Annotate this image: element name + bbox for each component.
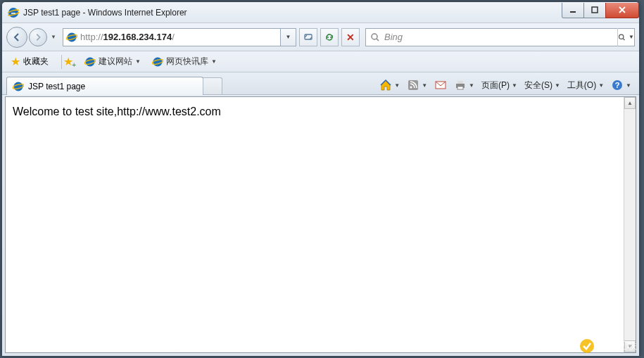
page-text: Welcome to test site,http://www.test2.co… xyxy=(13,106,221,117)
chevron-down-icon: ▼ xyxy=(211,58,217,65)
svg-point-0 xyxy=(8,8,18,18)
nav-history-dropdown[interactable]: ▼ xyxy=(49,34,58,40)
svg-point-13 xyxy=(14,82,23,91)
suggested-sites-link[interactable]: 建议网站 ▼ xyxy=(82,54,144,69)
chevron-down-icon: ▼ xyxy=(555,82,560,89)
chevron-down-icon: ▼ xyxy=(135,58,141,65)
forward-button[interactable] xyxy=(29,28,47,46)
svg-point-11 xyxy=(153,57,162,66)
svg-point-8 xyxy=(619,34,624,39)
search-go-button[interactable]: ▼ xyxy=(617,28,634,46)
svg-text:?: ? xyxy=(615,81,620,89)
safety-menu-label: 安全(S) xyxy=(524,79,553,91)
watermark-logo-icon xyxy=(579,338,595,354)
search-provider-icon xyxy=(370,32,380,42)
svg-point-23 xyxy=(580,339,594,353)
arrow-left-icon xyxy=(12,32,22,42)
tab-bar: JSP test1 page ▼ ▼ ▼ 页面(P) ▼ 安全(S) ▼ 工具(… xyxy=(2,72,639,95)
chevron-down-icon: ▼ xyxy=(394,82,400,89)
chevron-down-icon: ▼ xyxy=(626,82,631,89)
mail-icon xyxy=(434,79,447,91)
ie-window: JSP test1 page - Windows Internet Explor… xyxy=(1,1,640,357)
stop-icon: ✕ xyxy=(346,32,355,43)
tools-menu[interactable]: 工具(O) ▼ xyxy=(564,76,607,94)
address-dropdown[interactable]: ▼ xyxy=(281,28,296,46)
search-box[interactable]: Bing ▼ xyxy=(365,28,635,46)
refresh-icon xyxy=(324,32,335,43)
watermark-text: 创新互联 xyxy=(598,340,637,352)
page-menu[interactable]: 页面(P) ▼ xyxy=(479,76,520,94)
svg-point-9 xyxy=(86,57,95,66)
web-slice-label: 网页快讯库 xyxy=(166,56,208,68)
help-button[interactable]: ? ▼ xyxy=(608,76,634,94)
tab-active[interactable]: JSP test1 page xyxy=(6,77,203,95)
chevron-down-icon: ▼ xyxy=(512,82,517,89)
url-text: http://192.168.234.174/ xyxy=(80,32,175,42)
add-favorite-button[interactable]: ★+ xyxy=(63,55,76,68)
back-button[interactable] xyxy=(6,27,27,48)
home-button[interactable]: ▼ xyxy=(377,76,403,94)
ie-logo-icon xyxy=(8,7,19,18)
close-button[interactable] xyxy=(605,3,639,18)
page-menu-label: 页面(P) xyxy=(481,79,510,91)
watermark: 创新互联 xyxy=(579,338,637,354)
maximize-button[interactable] xyxy=(583,3,606,18)
printer-icon xyxy=(454,79,467,91)
scroll-up-button[interactable]: ▲ xyxy=(624,97,636,109)
svg-rect-2 xyxy=(570,11,576,13)
feeds-button[interactable]: ▼ xyxy=(404,76,430,94)
favorites-bar: ★ 收藏夹 ★+ 建议网站 ▼ 网页快讯库 ▼ xyxy=(2,51,639,72)
tab-title: JSP test1 page xyxy=(28,82,85,91)
svg-point-4 xyxy=(68,32,77,41)
page-body: Welcome to test site,http://www.test2.co… xyxy=(6,97,636,127)
chevron-down-icon: ▼ xyxy=(422,82,427,89)
help-icon: ? xyxy=(611,79,624,91)
address-bar[interactable]: http://192.168.234.174/ xyxy=(63,28,281,46)
safety-menu[interactable]: 安全(S) ▼ xyxy=(522,76,563,94)
minimize-button[interactable] xyxy=(562,3,584,18)
web-slice-link[interactable]: 网页快讯库 ▼ xyxy=(149,54,220,69)
rss-icon xyxy=(407,79,419,91)
navigation-bar: ▼ http://192.168.234.174/ ▼ ✕ Bing xyxy=(2,23,639,51)
new-tab-button[interactable] xyxy=(203,77,222,94)
svg-rect-20 xyxy=(457,87,463,89)
print-button[interactable]: ▼ xyxy=(451,76,477,94)
suggested-sites-label: 建议网站 xyxy=(99,56,132,68)
window-title: JSP test1 page - Windows Internet Explor… xyxy=(23,8,562,18)
chevron-down-icon: ▼ xyxy=(629,34,634,40)
window-controls xyxy=(562,3,639,18)
home-icon xyxy=(379,79,392,91)
search-placeholder: Bing xyxy=(384,32,617,42)
separator xyxy=(61,55,62,69)
arrow-right-icon xyxy=(34,33,42,41)
ie-favicon-icon xyxy=(84,56,96,68)
compat-icon xyxy=(303,32,314,43)
chevron-down-icon: ▼ xyxy=(598,82,604,89)
compat-view-button[interactable] xyxy=(299,28,317,46)
favorites-label: 收藏夹 xyxy=(23,56,49,68)
refresh-button[interactable] xyxy=(320,28,339,46)
svg-rect-3 xyxy=(592,7,598,13)
chevron-down-icon: ▼ xyxy=(469,82,474,89)
content-viewport: Welcome to test site,http://www.test2.co… xyxy=(5,96,636,353)
titlebar[interactable]: JSP test1 page - Windows Internet Explor… xyxy=(2,2,639,23)
svg-point-16 xyxy=(410,87,412,89)
svg-rect-19 xyxy=(457,81,463,84)
favorites-button[interactable]: ★ 收藏夹 xyxy=(6,53,53,70)
star-add-icon: ★+ xyxy=(63,56,73,68)
tools-menu-label: 工具(O) xyxy=(567,79,596,91)
ie-favicon-icon xyxy=(13,81,24,92)
ie-favicon-icon xyxy=(152,56,163,68)
magnifier-icon xyxy=(618,32,626,42)
ie-page-icon xyxy=(66,32,77,43)
mail-button[interactable] xyxy=(431,76,450,94)
vertical-scrollbar[interactable]: ▲ ▼ xyxy=(624,97,636,352)
star-icon: ★ xyxy=(11,55,20,68)
stop-button[interactable]: ✕ xyxy=(341,28,360,46)
svg-point-7 xyxy=(372,34,377,39)
